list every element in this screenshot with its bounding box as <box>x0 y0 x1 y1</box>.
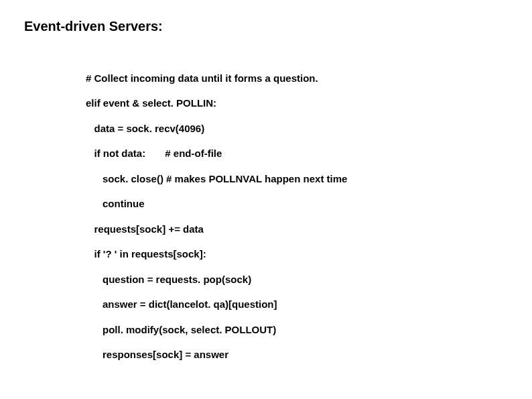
code-line: responses[sock] = answer <box>86 349 508 361</box>
code-line: question = requests. pop(sock) <box>86 274 508 286</box>
code-block-1: # Collect incoming data until it forms a… <box>86 60 508 374</box>
code-line: requests[sock] += data <box>86 223 508 236</box>
slide-title: Event-driven Servers: <box>24 19 508 34</box>
code-line: if not data: # end-of-file <box>86 148 508 160</box>
code-line: sock. close() # makes POLLNVAL happen ne… <box>86 173 508 186</box>
code-line: poll. modify(sock, select. POLLOUT) <box>86 324 508 337</box>
section-gap <box>24 374 508 386</box>
code-line: data = sock. recv(4096) <box>86 123 508 135</box>
code-line: continue <box>86 198 508 211</box>
code-line: elif event & select. POLLIN: <box>86 97 508 110</box>
code-line: if '? ' in requests[sock]: <box>86 248 508 261</box>
code-line: # Collect incoming data until it forms a… <box>86 72 508 85</box>
code-block-2: # Send out pieces of each reply until th… <box>86 386 508 399</box>
code-line: answer = dict(lancelot. qa)[question] <box>86 298 508 311</box>
